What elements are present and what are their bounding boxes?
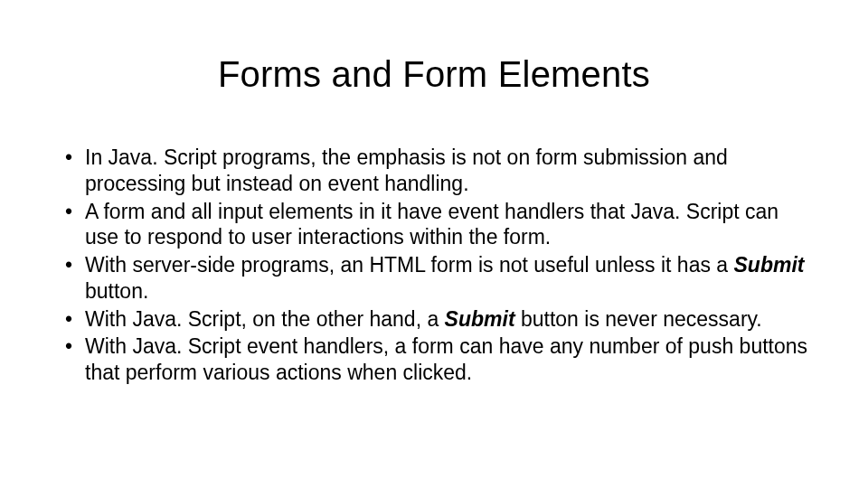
bullet-text-bold: Submit bbox=[445, 307, 515, 331]
bullet-text-post: button is never necessary. bbox=[515, 307, 762, 331]
bullet-text-pre: A form and all input elements in it have… bbox=[85, 200, 778, 249]
bullet-text-pre: With server-side programs, an HTML form … bbox=[85, 253, 734, 277]
bullet-text-post: button. bbox=[85, 279, 148, 303]
slide: Forms and Form Elements In Java. Script … bbox=[0, 0, 868, 488]
slide-title: Forms and Form Elements bbox=[0, 54, 868, 95]
list-item: With Java. Script event handlers, a form… bbox=[65, 333, 814, 386]
list-item: A form and all input elements in it have… bbox=[65, 199, 814, 251]
bullet-text-pre: With Java. Script, on the other hand, a bbox=[85, 307, 445, 331]
bullet-text-bold: Submit bbox=[734, 253, 805, 277]
list-item: With server-side programs, an HTML form … bbox=[65, 252, 814, 305]
bullet-text-pre: With Java. Script event handlers, a form… bbox=[85, 334, 807, 384]
list-item: With Java. Script, on the other hand, a … bbox=[65, 306, 814, 333]
list-item: In Java. Script programs, the emphasis i… bbox=[65, 145, 814, 197]
slide-body: In Java. Script programs, the emphasis i… bbox=[65, 145, 814, 388]
bullet-text-pre: In Java. Script programs, the emphasis i… bbox=[85, 145, 728, 195]
bullet-list: In Java. Script programs, the emphasis i… bbox=[65, 145, 814, 386]
